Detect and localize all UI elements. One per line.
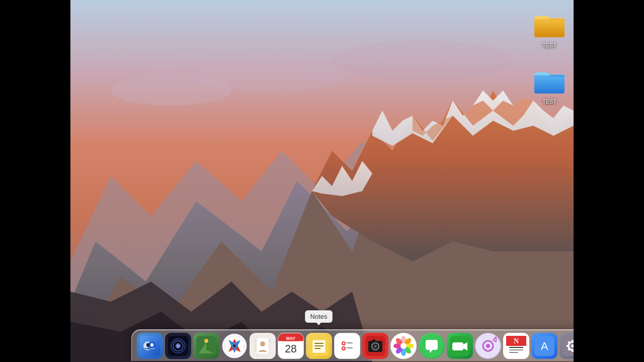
dock-item-photos[interactable] [390, 333, 417, 359]
svg-text:A: A [540, 340, 548, 352]
test-folder-yellow-label: TEST [542, 42, 556, 48]
reminders-icon [334, 333, 360, 359]
dock-item-finder[interactable] [137, 333, 163, 359]
svg-point-29 [204, 339, 208, 343]
sidebar-right [574, 0, 644, 362]
svg-point-45 [260, 341, 265, 346]
svg-rect-66 [372, 339, 375, 341]
dock-item-facetime[interactable] [447, 333, 473, 359]
dock-item-contacts[interactable] [250, 333, 276, 359]
svg-rect-90 [509, 347, 523, 348]
wallpaper [70, 0, 574, 362]
desktop: TEST TEST [70, 0, 574, 362]
svg-rect-54 [314, 345, 324, 346]
dock-item-calendar[interactable]: MAY 28 [278, 333, 304, 359]
svg-rect-55 [314, 348, 320, 349]
news-icon: N [503, 333, 529, 359]
svg-rect-56 [337, 336, 357, 356]
dock-item-siri[interactable] [165, 333, 191, 359]
svg-text:N: N [513, 337, 518, 345]
messages-icon [419, 333, 445, 359]
dock-item-itunes[interactable] [475, 333, 501, 359]
dock-container: MAY 28 Notes [141, 329, 574, 362]
dock: MAY 28 Notes [131, 329, 574, 361]
svg-rect-41 [255, 340, 257, 343]
svg-point-27 [177, 345, 179, 347]
svg-point-13 [332, 40, 513, 80]
systemprefs-icon [559, 333, 574, 359]
svg-point-21 [146, 343, 149, 347]
svg-rect-98 [572, 340, 574, 342]
yellow-folder-icon [533, 8, 566, 40]
svg-rect-53 [314, 343, 324, 344]
photobooth-icon [362, 333, 388, 359]
contacts-icon [250, 333, 276, 359]
svg-rect-16 [534, 74, 565, 94]
svg-point-76 [400, 343, 407, 349]
dock-item-launchpad[interactable] [193, 333, 219, 359]
itunes-icon [475, 333, 501, 359]
blue-folder-icon [533, 64, 566, 97]
dock-item-appstore[interactable]: A [531, 333, 557, 359]
svg-text:28: 28 [285, 343, 297, 354]
desktop-icon-test-blue[interactable]: TEST [530, 61, 569, 108]
svg-rect-91 [509, 349, 523, 350]
svg-rect-14 [534, 18, 565, 37]
svg-rect-43 [255, 349, 257, 352]
test-folder-blue-label: TEST [542, 99, 556, 105]
svg-rect-44 [269, 340, 271, 343]
calendar-icon: MAY 28 [278, 333, 304, 359]
svg-point-12 [196, 58, 347, 93]
svg-rect-100 [567, 345, 569, 347]
appstore-icon: A [531, 333, 557, 359]
notes-icon [306, 333, 332, 359]
dock-item-systemprefs[interactable] [559, 333, 574, 359]
dock-item-reminders[interactable] [334, 333, 360, 359]
dock-item-safari[interactable] [221, 333, 248, 359]
finder-icon [137, 333, 163, 359]
dock-item-news[interactable]: N [503, 333, 529, 359]
svg-rect-42 [255, 344, 257, 347]
svg-point-38 [233, 344, 236, 347]
svg-rect-99 [572, 349, 574, 352]
svg-rect-15 [534, 19, 565, 20]
desktop-icons: TEST TEST [530, 5, 569, 108]
svg-rect-58 [347, 342, 353, 343]
launchpad-icon [193, 333, 219, 359]
svg-point-22 [150, 343, 153, 347]
svg-point-65 [374, 345, 376, 347]
desktop-icon-test-yellow[interactable]: TEST [530, 5, 569, 51]
svg-rect-60 [347, 347, 353, 348]
svg-rect-79 [452, 342, 463, 350]
svg-rect-92 [509, 352, 518, 353]
safari-icon [221, 333, 248, 359]
siri-icon [165, 333, 191, 359]
photos-icon [390, 333, 417, 359]
sidebar-left [0, 0, 70, 362]
svg-rect-17 [534, 75, 565, 76]
svg-point-83 [486, 344, 490, 348]
facetime-icon [447, 333, 473, 359]
dock-item-photobooth[interactable] [362, 333, 388, 359]
dock-item-messages[interactable] [419, 333, 445, 359]
dock-item-notes[interactable]: Notes [306, 333, 332, 359]
svg-text:MAY: MAY [286, 336, 295, 341]
